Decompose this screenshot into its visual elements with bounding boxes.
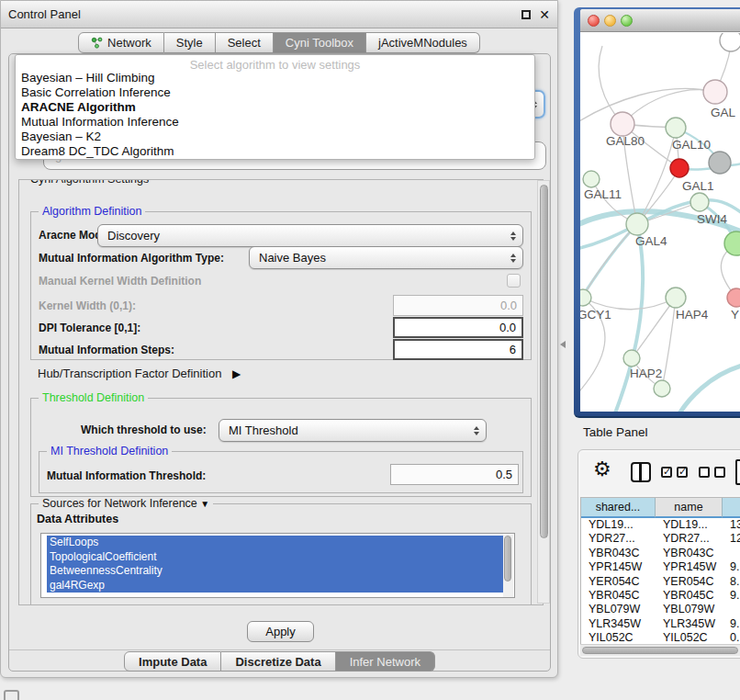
mutual-information-threshold-label: Mutual Information Threshold: <box>47 469 206 482</box>
column-header-name[interactable]: name <box>656 498 723 518</box>
zoom-traffic-light-icon[interactable] <box>621 15 633 27</box>
node-gal10[interactable] <box>666 118 686 138</box>
node-gal1-red[interactable] <box>670 159 689 177</box>
table-hscrollbar[interactable] <box>580 644 740 656</box>
node-pink[interactable] <box>727 288 740 307</box>
table-row[interactable]: YBL079WYBL079W <box>581 603 740 616</box>
scrollbar-thumb[interactable] <box>582 647 738 654</box>
attribute-item-gal4rgexp[interactable]: gal4RGexp <box>47 579 503 593</box>
table-row[interactable]: YBR043CYBR043C <box>581 547 740 560</box>
node-swi4[interactable] <box>690 193 709 211</box>
attribute-item-betweennesscentrality[interactable]: BetweennessCentrality <box>47 564 503 579</box>
node[interactable] <box>720 33 740 51</box>
split-pane-collapse-icon[interactable] <box>560 341 566 348</box>
column-header-partial[interactable] <box>723 498 740 518</box>
tab-jactivemnodules[interactable]: jActiveMNodules <box>366 32 480 53</box>
network-view-titlebar[interactable] <box>580 9 740 32</box>
mi-steps-input[interactable] <box>393 339 523 360</box>
settings-scrollbar[interactable] <box>537 180 550 604</box>
edge[interactable] <box>622 90 715 124</box>
tab-network[interactable]: Network <box>78 32 164 53</box>
node-hap4[interactable] <box>666 288 686 308</box>
apply-button[interactable]: Apply <box>247 621 314 642</box>
table-cell: YBR045C <box>656 589 723 603</box>
select-all-icon[interactable] <box>661 467 688 478</box>
hub-definition-label: Hub/Transcription Factor Definition <box>38 367 221 380</box>
gear-icon[interactable]: ⚙ <box>593 457 611 481</box>
edge[interactable] <box>611 224 643 412</box>
close-icon[interactable]: ✕ <box>539 1 550 28</box>
combo-value: MI Threshold <box>229 423 298 437</box>
cyni-algorithm-settings-group: Cyni Algorithm Settings Algorithm Defini… <box>18 179 544 605</box>
split-view-icon[interactable] <box>631 462 651 482</box>
algorithm-option-bayesian-hill-climbing[interactable]: Bayesian – Hill Climbing <box>16 71 534 85</box>
control-panel-titlebar[interactable]: Control Panel ✕ <box>1 1 557 28</box>
edge[interactable] <box>674 363 740 412</box>
scrollbar-thumb[interactable] <box>540 185 548 538</box>
tab-impute-data[interactable]: Impute Data <box>124 651 221 672</box>
desktop: Control Panel ✕ NetworkStyleSelectCyni T… <box>0 0 740 700</box>
attribute-item-selfloops[interactable]: SelfLoops <box>47 536 503 550</box>
tab-discretize-data[interactable]: Discretize Data <box>221 651 335 672</box>
table-row[interactable]: YLR345WYLR345W9. <box>581 617 740 631</box>
table-row[interactable]: YBR045CYBR045C9. <box>581 589 740 603</box>
float-window-icon[interactable] <box>521 10 531 19</box>
tab-style[interactable]: Style <box>164 32 216 53</box>
algorithm-option-dream8-dc-tdc-algorithm[interactable]: Dream8 DC_TDC Algorithm <box>16 144 534 159</box>
document-icon[interactable] <box>735 459 740 485</box>
algorithm-list: Bayesian – Hill ClimbingBasic Correlatio… <box>16 71 534 159</box>
checked-box-icon <box>661 467 672 478</box>
tab-cyni-toolbox[interactable]: Cyni Toolbox <box>274 32 366 53</box>
collapse-arrow-icon[interactable]: ▼ <box>200 499 209 509</box>
edge[interactable] <box>662 298 676 389</box>
node-gal-partial[interactable] <box>703 80 727 104</box>
algorithm-option-basic-correlation-inference[interactable]: Basic Correlation Inference <box>16 85 534 100</box>
which-threshold-label: Which threshold to use: <box>81 423 207 436</box>
mi-algorithm-type-combo[interactable]: Naive Bayes <box>249 246 523 269</box>
algorithm-option-aracne-algorithm[interactable]: ARACNE Algorithm <box>16 100 534 115</box>
table-cell: YBL079W <box>656 603 723 616</box>
node-gcy1[interactable] <box>580 289 591 306</box>
edge[interactable] <box>580 88 715 129</box>
node-hap2[interactable] <box>623 350 640 367</box>
table-cell: YER054C <box>656 575 723 589</box>
table-row[interactable]: YER054CYER054C8. <box>581 575 740 589</box>
minimize-traffic-light-icon[interactable] <box>604 15 616 27</box>
minimized-panel-icon[interactable] <box>4 690 19 700</box>
algorithm-option-bayesian-k2[interactable]: Bayesian – K2 <box>16 130 534 144</box>
column-header-shared[interactable]: shared... <box>581 498 656 518</box>
network-canvas[interactable]: GALGAL80GAL10GAL1GAL11SWI4GAL4GCY1HAP4YH… <box>580 33 740 412</box>
tab-select[interactable]: Select <box>216 32 274 53</box>
tab-infer-network[interactable]: Infer Network <box>336 651 435 672</box>
list-scrollbar[interactable] <box>503 535 513 598</box>
node[interactable] <box>654 380 670 397</box>
algorithm-option-mutual-information-inference[interactable]: Mutual Information Inference <box>16 115 534 130</box>
node-gal80[interactable] <box>611 112 634 136</box>
manual-kernel-width-checkbox[interactable] <box>507 274 521 288</box>
algorithm-definition-group: Algorithm Definition Aracne Mode: Discov… <box>30 211 532 360</box>
group-title: MI Threshold Definition <box>47 445 172 458</box>
table-cell: 9. <box>723 617 740 631</box>
attribute-item-topologicalcoefficient[interactable]: TopologicalCoefficient <box>47 550 503 565</box>
which-threshold-combo[interactable]: MI Threshold <box>219 419 487 442</box>
deselect-all-icon[interactable] <box>699 467 725 478</box>
kernel-width-input[interactable] <box>393 295 523 316</box>
expand-arrow-icon[interactable]: ▶ <box>232 367 241 380</box>
table-row[interactable]: YDR27...YDR27...12 <box>581 532 740 546</box>
sources-title: Sources for Network Inference <box>42 497 197 510</box>
table-cell: 9. <box>723 560 740 574</box>
node-gray[interactable] <box>709 152 731 174</box>
table-row[interactable]: YDL19...YDL19...13 <box>581 518 740 532</box>
table-cell: 8. <box>723 575 740 589</box>
mutual-information-threshold-input[interactable] <box>390 464 519 485</box>
node-gal11[interactable] <box>583 171 600 187</box>
table-row[interactable]: YPR145WYPR145W9. <box>581 560 740 574</box>
close-traffic-light-icon[interactable] <box>588 15 600 27</box>
node-gal4[interactable] <box>626 213 648 235</box>
edge[interactable] <box>583 224 637 298</box>
scrollbar-thumb[interactable] <box>504 536 511 581</box>
data-attribute-list[interactable]: SelfLoopsTopologicalCoefficientBetweenne… <box>40 533 515 598</box>
hub-definition-expander[interactable]: Hub/Transcription Factor Definition ▶ <box>38 367 241 380</box>
dpi-tolerance-input[interactable] <box>393 317 523 338</box>
aracne-mode-combo[interactable]: Discovery <box>97 224 523 247</box>
